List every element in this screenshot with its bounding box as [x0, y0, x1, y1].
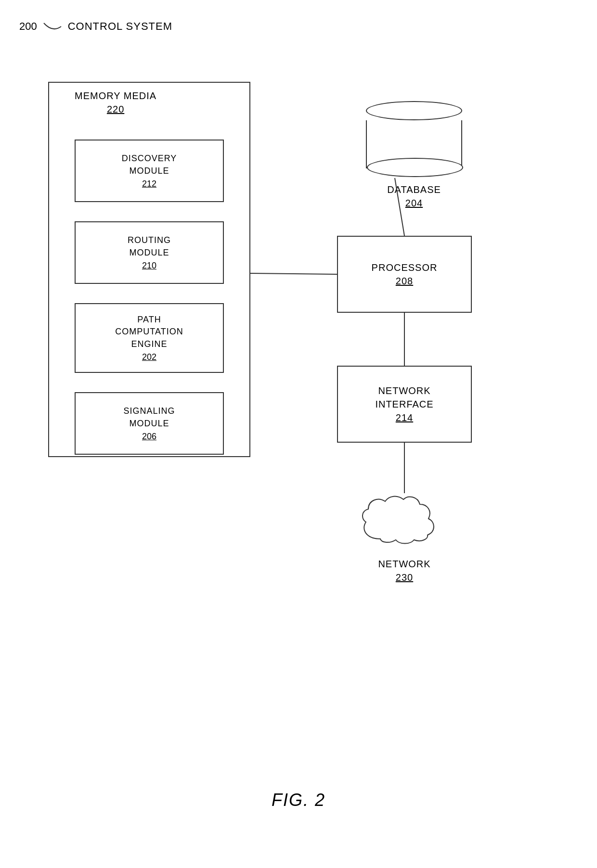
discovery-module-ref: 212 [142, 179, 156, 189]
processor-box: PROCESSOR 208 [337, 236, 472, 313]
routing-module-title: ROUTINGMODULE [128, 234, 171, 258]
header-title: CONTROL SYSTEM [68, 20, 172, 33]
path-computation-ref: 202 [142, 352, 156, 362]
network-label: NETWORK 230 [378, 557, 430, 584]
signaling-module-box: SIGNALINGMODULE 206 [75, 392, 224, 455]
header-arrow-icon [43, 19, 62, 34]
signaling-module-title: SIGNALINGMODULE [123, 405, 175, 429]
svg-line-0 [250, 273, 337, 274]
routing-module-box: ROUTINGMODULE 210 [75, 221, 224, 284]
processor-label: PROCESSOR 208 [372, 261, 438, 288]
diagram-container: 200 CONTROL SYSTEM MEMORY MEDIA 220 DISC… [0, 0, 597, 868]
network-cloud-icon [351, 491, 457, 553]
database-container: DATABASE 204 [347, 101, 481, 210]
database-cylinder [366, 101, 462, 168]
header-label: 200 CONTROL SYSTEM [19, 19, 172, 34]
cylinder-bottom [367, 158, 463, 177]
header-ref: 200 [19, 20, 37, 33]
network-container: NETWORK 230 [335, 491, 474, 584]
signaling-module-ref: 206 [142, 432, 156, 442]
figure-label: FIG. 2 [272, 790, 325, 810]
cylinder-top [366, 101, 462, 120]
path-computation-box: PATHCOMPUTATIONENGINE 202 [75, 303, 224, 373]
cylinder-body [366, 120, 462, 168]
discovery-module-box: DISCOVERYMODULE 212 [75, 140, 224, 202]
routing-module-ref: 210 [142, 261, 156, 271]
path-computation-title: PATHCOMPUTATIONENGINE [115, 314, 183, 350]
network-interface-label: NETWORK INTERFACE 214 [375, 384, 433, 424]
memory-media-label: MEMORY MEDIA 220 [75, 89, 156, 116]
discovery-module-title: DISCOVERYMODULE [122, 153, 177, 177]
database-label: DATABASE 204 [387, 183, 441, 210]
network-interface-box: NETWORK INTERFACE 214 [337, 366, 472, 443]
